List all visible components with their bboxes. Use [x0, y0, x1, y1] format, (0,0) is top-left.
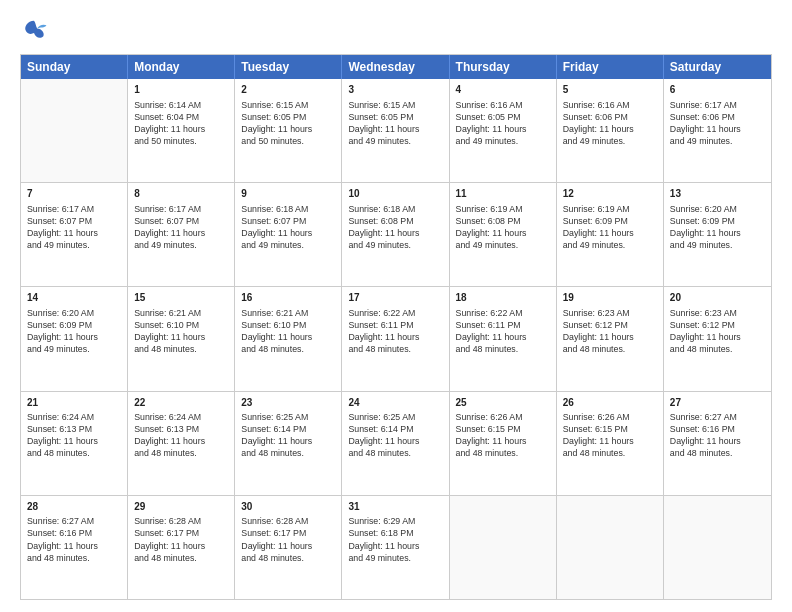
day-number: 2 [241, 83, 335, 97]
day-info: Sunrise: 6:20 AMSunset: 6:09 PMDaylight:… [27, 307, 121, 356]
calendar-cell: 15Sunrise: 6:21 AMSunset: 6:10 PMDayligh… [128, 287, 235, 390]
day-info: Sunrise: 6:19 AMSunset: 6:09 PMDaylight:… [563, 203, 657, 252]
calendar-cell [21, 79, 128, 182]
page: SundayMondayTuesdayWednesdayThursdayFrid… [0, 0, 792, 612]
day-info: Sunrise: 6:19 AMSunset: 6:08 PMDaylight:… [456, 203, 550, 252]
day-number: 3 [348, 83, 442, 97]
day-number: 10 [348, 187, 442, 201]
calendar-cell: 19Sunrise: 6:23 AMSunset: 6:12 PMDayligh… [557, 287, 664, 390]
calendar-cell: 23Sunrise: 6:25 AMSunset: 6:14 PMDayligh… [235, 392, 342, 495]
day-info: Sunrise: 6:18 AMSunset: 6:08 PMDaylight:… [348, 203, 442, 252]
day-number: 17 [348, 291, 442, 305]
day-number: 23 [241, 396, 335, 410]
calendar-cell: 8Sunrise: 6:17 AMSunset: 6:07 PMDaylight… [128, 183, 235, 286]
day-number: 6 [670, 83, 765, 97]
day-header-wednesday: Wednesday [342, 55, 449, 79]
day-info: Sunrise: 6:22 AMSunset: 6:11 PMDaylight:… [456, 307, 550, 356]
calendar-cell: 22Sunrise: 6:24 AMSunset: 6:13 PMDayligh… [128, 392, 235, 495]
day-number: 9 [241, 187, 335, 201]
day-info: Sunrise: 6:15 AMSunset: 6:05 PMDaylight:… [241, 99, 335, 148]
day-header-saturday: Saturday [664, 55, 771, 79]
calendar-cell [664, 496, 771, 599]
calendar-header: SundayMondayTuesdayWednesdayThursdayFrid… [21, 55, 771, 79]
calendar-cell: 16Sunrise: 6:21 AMSunset: 6:10 PMDayligh… [235, 287, 342, 390]
calendar-cell: 26Sunrise: 6:26 AMSunset: 6:15 PMDayligh… [557, 392, 664, 495]
calendar-cell: 1Sunrise: 6:14 AMSunset: 6:04 PMDaylight… [128, 79, 235, 182]
header [20, 16, 772, 44]
day-number: 12 [563, 187, 657, 201]
day-info: Sunrise: 6:20 AMSunset: 6:09 PMDaylight:… [670, 203, 765, 252]
calendar-cell: 20Sunrise: 6:23 AMSunset: 6:12 PMDayligh… [664, 287, 771, 390]
day-info: Sunrise: 6:29 AMSunset: 6:18 PMDaylight:… [348, 515, 442, 564]
calendar-cell: 13Sunrise: 6:20 AMSunset: 6:09 PMDayligh… [664, 183, 771, 286]
calendar-cell: 7Sunrise: 6:17 AMSunset: 6:07 PMDaylight… [21, 183, 128, 286]
day-info: Sunrise: 6:26 AMSunset: 6:15 PMDaylight:… [563, 411, 657, 460]
day-info: Sunrise: 6:26 AMSunset: 6:15 PMDaylight:… [456, 411, 550, 460]
logo [20, 16, 52, 44]
day-number: 21 [27, 396, 121, 410]
day-info: Sunrise: 6:17 AMSunset: 6:07 PMDaylight:… [134, 203, 228, 252]
day-number: 20 [670, 291, 765, 305]
day-info: Sunrise: 6:21 AMSunset: 6:10 PMDaylight:… [241, 307, 335, 356]
calendar-cell: 11Sunrise: 6:19 AMSunset: 6:08 PMDayligh… [450, 183, 557, 286]
day-number: 18 [456, 291, 550, 305]
day-info: Sunrise: 6:27 AMSunset: 6:16 PMDaylight:… [27, 515, 121, 564]
day-info: Sunrise: 6:28 AMSunset: 6:17 PMDaylight:… [134, 515, 228, 564]
calendar-cell: 6Sunrise: 6:17 AMSunset: 6:06 PMDaylight… [664, 79, 771, 182]
day-info: Sunrise: 6:18 AMSunset: 6:07 PMDaylight:… [241, 203, 335, 252]
day-info: Sunrise: 6:27 AMSunset: 6:16 PMDaylight:… [670, 411, 765, 460]
calendar-cell: 29Sunrise: 6:28 AMSunset: 6:17 PMDayligh… [128, 496, 235, 599]
calendar-cell [450, 496, 557, 599]
calendar-cell: 9Sunrise: 6:18 AMSunset: 6:07 PMDaylight… [235, 183, 342, 286]
calendar-cell: 5Sunrise: 6:16 AMSunset: 6:06 PMDaylight… [557, 79, 664, 182]
day-info: Sunrise: 6:15 AMSunset: 6:05 PMDaylight:… [348, 99, 442, 148]
calendar-cell: 24Sunrise: 6:25 AMSunset: 6:14 PMDayligh… [342, 392, 449, 495]
calendar-cell: 2Sunrise: 6:15 AMSunset: 6:05 PMDaylight… [235, 79, 342, 182]
day-info: Sunrise: 6:17 AMSunset: 6:07 PMDaylight:… [27, 203, 121, 252]
calendar-cell: 3Sunrise: 6:15 AMSunset: 6:05 PMDaylight… [342, 79, 449, 182]
day-info: Sunrise: 6:25 AMSunset: 6:14 PMDaylight:… [348, 411, 442, 460]
day-number: 14 [27, 291, 121, 305]
day-header-friday: Friday [557, 55, 664, 79]
day-number: 25 [456, 396, 550, 410]
day-number: 19 [563, 291, 657, 305]
day-number: 30 [241, 500, 335, 514]
day-number: 1 [134, 83, 228, 97]
calendar-week-2: 7Sunrise: 6:17 AMSunset: 6:07 PMDaylight… [21, 182, 771, 286]
day-number: 15 [134, 291, 228, 305]
calendar-cell: 18Sunrise: 6:22 AMSunset: 6:11 PMDayligh… [450, 287, 557, 390]
day-info: Sunrise: 6:25 AMSunset: 6:14 PMDaylight:… [241, 411, 335, 460]
calendar-cell: 14Sunrise: 6:20 AMSunset: 6:09 PMDayligh… [21, 287, 128, 390]
calendar-cell: 4Sunrise: 6:16 AMSunset: 6:05 PMDaylight… [450, 79, 557, 182]
day-info: Sunrise: 6:24 AMSunset: 6:13 PMDaylight:… [134, 411, 228, 460]
calendar-body: 1Sunrise: 6:14 AMSunset: 6:04 PMDaylight… [21, 79, 771, 599]
calendar-week-4: 21Sunrise: 6:24 AMSunset: 6:13 PMDayligh… [21, 391, 771, 495]
day-number: 24 [348, 396, 442, 410]
calendar-cell: 30Sunrise: 6:28 AMSunset: 6:17 PMDayligh… [235, 496, 342, 599]
day-header-sunday: Sunday [21, 55, 128, 79]
day-info: Sunrise: 6:16 AMSunset: 6:06 PMDaylight:… [563, 99, 657, 148]
day-number: 31 [348, 500, 442, 514]
calendar-cell: 27Sunrise: 6:27 AMSunset: 6:16 PMDayligh… [664, 392, 771, 495]
logo-icon [20, 16, 48, 44]
calendar-week-3: 14Sunrise: 6:20 AMSunset: 6:09 PMDayligh… [21, 286, 771, 390]
day-number: 29 [134, 500, 228, 514]
calendar: SundayMondayTuesdayWednesdayThursdayFrid… [20, 54, 772, 600]
calendar-week-1: 1Sunrise: 6:14 AMSunset: 6:04 PMDaylight… [21, 79, 771, 182]
day-info: Sunrise: 6:22 AMSunset: 6:11 PMDaylight:… [348, 307, 442, 356]
day-number: 26 [563, 396, 657, 410]
day-info: Sunrise: 6:17 AMSunset: 6:06 PMDaylight:… [670, 99, 765, 148]
calendar-cell: 17Sunrise: 6:22 AMSunset: 6:11 PMDayligh… [342, 287, 449, 390]
day-info: Sunrise: 6:21 AMSunset: 6:10 PMDaylight:… [134, 307, 228, 356]
day-number: 4 [456, 83, 550, 97]
day-number: 11 [456, 187, 550, 201]
day-info: Sunrise: 6:16 AMSunset: 6:05 PMDaylight:… [456, 99, 550, 148]
day-header-thursday: Thursday [450, 55, 557, 79]
calendar-week-5: 28Sunrise: 6:27 AMSunset: 6:16 PMDayligh… [21, 495, 771, 599]
calendar-cell [557, 496, 664, 599]
day-number: 28 [27, 500, 121, 514]
day-info: Sunrise: 6:23 AMSunset: 6:12 PMDaylight:… [563, 307, 657, 356]
calendar-cell: 12Sunrise: 6:19 AMSunset: 6:09 PMDayligh… [557, 183, 664, 286]
calendar-cell: 25Sunrise: 6:26 AMSunset: 6:15 PMDayligh… [450, 392, 557, 495]
calendar-cell: 21Sunrise: 6:24 AMSunset: 6:13 PMDayligh… [21, 392, 128, 495]
